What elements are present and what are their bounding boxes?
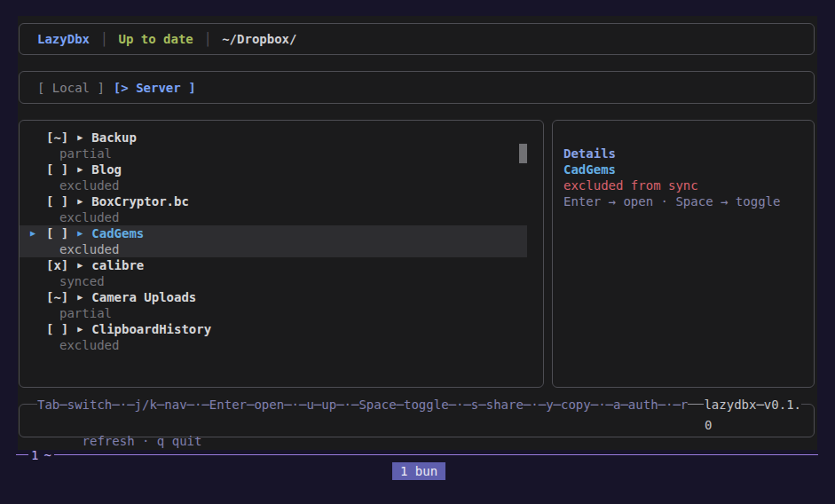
list-item[interactable]: [ ] ▶ ClipboardHistory excluded	[20, 321, 527, 353]
sync-checkbox[interactable]: [ ]	[46, 321, 68, 337]
sync-state-label: partial	[20, 146, 527, 161]
details-sync-status: excluded from sync	[563, 177, 814, 193]
folder-name: BoxCryptor.bc	[91, 193, 189, 209]
folder-name: Blog	[91, 161, 122, 177]
list-item[interactable]: [~] ▶ Camera Uploads partial	[20, 289, 527, 321]
sync-state-label: excluded	[20, 209, 527, 225]
tab-server[interactable]: [> Server ]	[114, 81, 196, 95]
sync-checkbox[interactable]: [x]	[46, 257, 68, 273]
keybind-hints-line1: Tab─switch─·─j/k─nav─·─Enter─open─·─u─up…	[37, 397, 688, 413]
app-title: LazyDbx	[37, 32, 90, 46]
border-fill-line	[688, 397, 704, 413]
version-label: lazydbx─v0.1.	[704, 397, 801, 413]
sync-checkbox[interactable]: [~]	[46, 289, 68, 305]
lazydbx-app: LazyDbx │ Up to date │ ~/Dropbox/ [ Loca…	[18, 16, 817, 450]
list-item[interactable]: [x] ▶ calibre synced	[20, 257, 527, 289]
pane-line-segment	[54, 448, 818, 462]
list-item[interactable]: [ ] ▶ BoxCryptor.bc excluded	[20, 193, 527, 225]
sync-state-label: partial	[20, 305, 527, 321]
pane-frame-line: 1 ~	[16, 448, 818, 462]
list-item[interactable]: [ ] ▶ Blog excluded	[20, 161, 527, 193]
sync-status: Up to date	[118, 32, 193, 46]
folder-arrow-icon: ▶	[75, 225, 84, 241]
details-item-name: CadGems	[563, 161, 814, 177]
folder-arrow-icon: ▶	[75, 257, 84, 273]
current-path: ~/Dropbox/	[222, 32, 296, 46]
sync-state-label: excluded	[20, 337, 527, 353]
separator-bar-icon: │	[204, 32, 211, 46]
folder-name: Backup	[91, 130, 137, 146]
selection-pointer-icon: ▶	[30, 225, 35, 241]
folder-arrow-icon: ▶	[75, 193, 84, 209]
sync-checkbox[interactable]: [~]	[46, 130, 68, 146]
folder-name: CadGems	[91, 225, 144, 241]
folder-name: Camera Uploads	[91, 289, 196, 305]
folder-arrow-icon: ▶	[75, 130, 84, 146]
details-heading: Details	[563, 146, 814, 161]
pane-title: ~	[41, 448, 53, 462]
tab-bar: [ Local ] [> Server ]	[19, 71, 815, 104]
folder-arrow-icon: ▶	[75, 289, 84, 305]
sync-state-label: excluded	[20, 177, 527, 193]
details-panel: Details CadGems excluded from sync Enter…	[552, 120, 815, 388]
file-list-panel: [~] ▶ Backup partial [ ] ▶ Blog excluded…	[19, 120, 544, 388]
sync-checkbox[interactable]: [ ]	[46, 161, 68, 177]
pane-index: 1	[28, 448, 41, 462]
version-label-wrap: 0	[705, 417, 712, 433]
list-item[interactable]: [~] ▶ Backup partial	[20, 130, 527, 161]
title-bar: LazyDbx │ Up to date │ ~/Dropbox/	[19, 23, 815, 55]
sync-state-label: excluded	[20, 241, 527, 257]
scrollbar-thumb[interactable]	[519, 144, 527, 163]
keybind-hints-line2: refresh · q quit	[83, 434, 202, 448]
folder-name: ClipboardHistory	[91, 321, 211, 337]
folder-name: calibre	[91, 257, 144, 273]
folder-arrow-icon: ▶	[75, 161, 84, 177]
folder-arrow-icon: ▶	[75, 321, 84, 337]
separator-bar-icon: │	[100, 32, 107, 46]
sync-checkbox[interactable]: [ ]	[46, 193, 68, 209]
pane-line-segment	[16, 448, 28, 462]
details-key-hint: Enter → open · Space → toggle	[563, 193, 814, 209]
sync-checkbox[interactable]: [ ]	[46, 225, 68, 241]
keybind-bar: Tab─switch─·─j/k─nav─·─Enter─open─·─u─up…	[19, 404, 815, 437]
list-item-selected[interactable]: ▶ [ ] ▶ CadGems excluded	[20, 225, 527, 257]
terminal-tab-badge[interactable]: 1 bun	[392, 462, 445, 480]
sync-state-label: synced	[20, 273, 527, 289]
tab-local[interactable]: [ Local ]	[37, 81, 105, 95]
